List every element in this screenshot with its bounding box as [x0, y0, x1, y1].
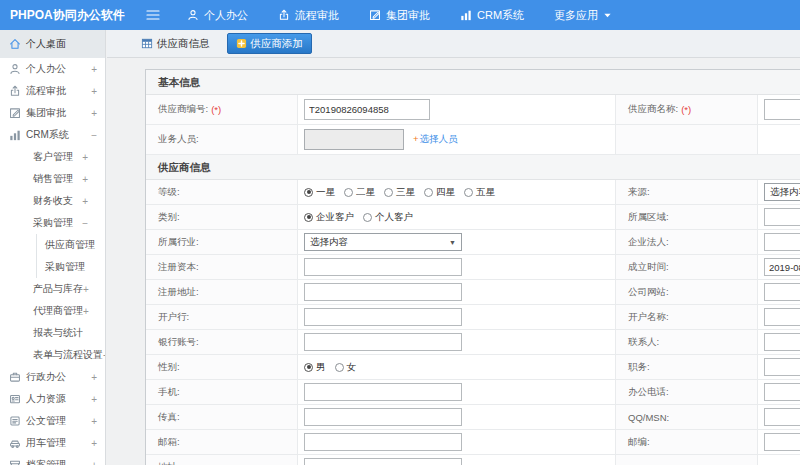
category-option[interactable]: 企业客户 [304, 211, 354, 224]
expand-toggle-icon[interactable]: − [91, 130, 97, 141]
sidebar-item-group-approval[interactable]: 集团审批+ [0, 102, 105, 124]
expand-toggle-icon[interactable]: + [82, 174, 88, 185]
topnav-item-personal-office[interactable]: 个人办公 [172, 0, 263, 30]
expand-toggle-icon[interactable]: + [91, 64, 97, 75]
qq-msn-input[interactable] [764, 408, 800, 426]
sidebar-item-document-mgmt[interactable]: 公文管理+ [0, 410, 105, 432]
expand-toggle-icon[interactable]: + [91, 438, 97, 449]
sidebar-item-personal-desktop[interactable]: 个人桌面 [0, 30, 105, 58]
radio-icon[interactable] [363, 213, 372, 222]
sidebar-item-reports-stats[interactable]: 报表与统计 [0, 322, 105, 344]
office-phone-input[interactable] [764, 383, 800, 401]
sidebar-item-sales-mgmt[interactable]: 销售管理+ [0, 168, 105, 190]
source-select[interactable]: 选择内容▼ [764, 183, 800, 201]
sidebar-item-finance[interactable]: 财务收支+ [0, 190, 105, 212]
registered-capital-input[interactable] [304, 258, 462, 276]
label-bank: 开户行: [146, 305, 298, 329]
tab-supplier-info[interactable]: 供应商信息 [133, 33, 218, 54]
radio-icon[interactable] [464, 188, 473, 197]
sidebar-item-purchase-sub[interactable]: 采购管理 [36, 256, 105, 278]
sidebar-item-product-stock[interactable]: 产品与库存+ [0, 278, 105, 300]
expand-toggle-icon[interactable]: + [83, 306, 89, 317]
position-input[interactable] [764, 358, 800, 376]
sidebar-item-process-approval[interactable]: 流程审批+ [0, 80, 105, 102]
level-option[interactable]: 五星 [464, 186, 495, 199]
expand-toggle-icon[interactable]: + [83, 284, 89, 295]
category-option[interactable]: 个人客户 [363, 211, 413, 224]
radio-icon[interactable] [304, 188, 313, 197]
business-person-input[interactable] [304, 129, 404, 150]
expand-toggle-icon[interactable]: + [91, 460, 97, 465]
field-source: 选择内容▼ [758, 180, 800, 204]
supplier-name-input[interactable] [764, 99, 800, 120]
expand-toggle-icon[interactable]: + [91, 416, 97, 427]
sidebar-item-vehicle-mgmt[interactable]: 用车管理+ [0, 432, 105, 454]
gender-option[interactable]: 女 [335, 361, 357, 374]
sidebar-item-human-resources[interactable]: 人力资源+ [0, 388, 105, 410]
topnav-label: 个人办公 [204, 8, 248, 23]
sidebar-item-agent-mgmt[interactable]: 代理商管理+ [0, 300, 105, 322]
level-option[interactable]: 二星 [344, 186, 375, 199]
supplier-code-input[interactable] [304, 99, 430, 120]
address-input[interactable] [304, 458, 462, 465]
field-business-person: +选择人员 [298, 125, 616, 154]
choose-person-link[interactable]: +选择人员 [413, 133, 458, 146]
postcode-input[interactable] [764, 433, 800, 451]
founded-date-input[interactable] [764, 258, 800, 276]
contact-person-input[interactable] [764, 333, 800, 351]
form-row: 银行账号:联系人: [146, 330, 800, 355]
expand-toggle-icon[interactable]: + [91, 372, 97, 383]
field-label: 性别: [158, 361, 180, 374]
sidebar-item-archive-mgmt[interactable]: 档案管理+ [0, 454, 105, 465]
registered-address-input[interactable] [304, 283, 462, 301]
expand-toggle-icon[interactable]: + [91, 108, 97, 119]
topnav-item-more-apps[interactable]: 更多应用 [539, 0, 627, 30]
topnav-item-process-approval[interactable]: 流程审批 [263, 0, 354, 30]
radio-icon[interactable] [335, 363, 344, 372]
mobile-input[interactable] [304, 383, 462, 401]
level-option[interactable]: 四星 [424, 186, 455, 199]
sidebar-item-purchase-mgmt[interactable]: 采购管理− [0, 212, 105, 234]
expand-toggle-icon[interactable]: + [82, 196, 88, 207]
sidebar-item-crm-system[interactable]: CRM系统− [0, 124, 105, 146]
industry-select[interactable]: 选择内容▼ [304, 233, 462, 251]
radio-icon[interactable] [304, 213, 313, 222]
expand-toggle-icon[interactable]: + [91, 394, 97, 405]
topnav-item-group-approval[interactable]: 集团审批 [354, 0, 445, 30]
caret-down-icon [603, 11, 612, 20]
tab-supplier-add[interactable]: 供应商添加 [227, 33, 313, 54]
level-option[interactable]: 一星 [304, 186, 335, 199]
expand-toggle-icon[interactable]: + [91, 86, 97, 97]
sidebar-item-personal-office[interactable]: 个人办公+ [0, 58, 105, 80]
topnav-item-crm-system[interactable]: CRM系统 [445, 0, 539, 30]
expand-toggle-icon[interactable]: − [82, 218, 88, 229]
legal-person-input[interactable] [764, 233, 800, 251]
expand-toggle-icon[interactable]: + [82, 152, 88, 163]
field-category: 企业客户个人客户 [298, 205, 616, 229]
gender-option[interactable]: 男 [304, 361, 326, 374]
bank-input[interactable] [304, 308, 462, 326]
email-input[interactable] [304, 433, 462, 451]
hamburger-icon[interactable] [140, 0, 166, 30]
field-label: 注册资本: [158, 261, 199, 274]
radio-icon[interactable] [384, 188, 393, 197]
sidebar-item-supplier-mgmt[interactable]: 供应商管理 [36, 234, 105, 256]
sidebar-item-admin-office[interactable]: 行政办公+ [0, 366, 105, 388]
sidebar-item-form-flow-settings[interactable]: 表单与流程设置+ [0, 344, 105, 366]
bank-account-input[interactable] [304, 333, 462, 351]
region-input[interactable] [764, 208, 800, 226]
level-option[interactable]: 三星 [384, 186, 415, 199]
sidebar-item-label: 表单与流程设置 [0, 348, 103, 362]
radio-icon[interactable] [304, 363, 313, 372]
radio-icon[interactable] [344, 188, 353, 197]
field-bank-account [298, 330, 616, 354]
radio-icon[interactable] [424, 188, 433, 197]
expand-toggle-icon[interactable]: + [103, 350, 106, 361]
form-row: 注册地址:公司网站: [146, 280, 800, 305]
sidebar-item-customer-mgmt[interactable]: 客户管理+ [0, 146, 105, 168]
website-input[interactable] [764, 283, 800, 301]
account-name-input[interactable] [764, 308, 800, 326]
sidebar-item-label: 财务收支 [0, 194, 73, 208]
add-icon [236, 38, 247, 49]
fax-input[interactable] [304, 408, 462, 426]
